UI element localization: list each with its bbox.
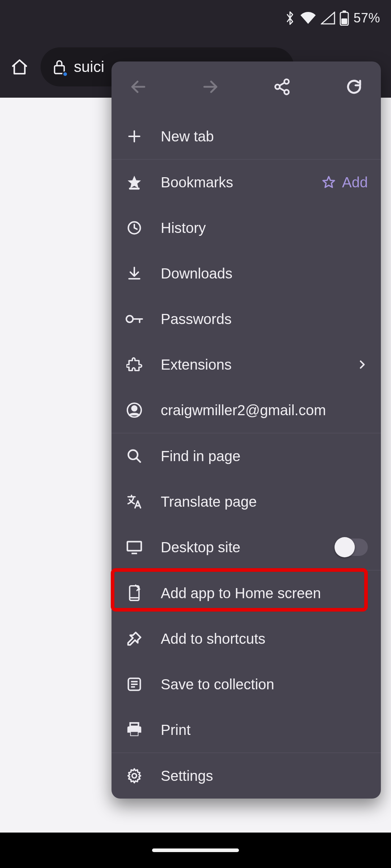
menu-item-label: Desktop site (161, 539, 319, 556)
menu-item-label: New tab (161, 128, 368, 145)
menu-item-label: History (161, 220, 368, 236)
menu-item-label: Add app to Home screen (161, 585, 368, 601)
menu-item-label: Extensions (161, 357, 340, 373)
desktop-icon (125, 537, 144, 557)
desktop-site-toggle[interactable] (336, 539, 368, 556)
status-bar: 57% (0, 0, 391, 36)
tracking-indicator-dot (62, 71, 68, 77)
star-filled-icon (125, 173, 144, 192)
browser-overflow-menu: New tab Bookmarks Add History Downloads (112, 61, 381, 799)
star-outline-icon (321, 175, 336, 190)
reload-button[interactable] (337, 70, 371, 103)
menu-item-add-shortcuts[interactable]: Add to shortcuts (112, 616, 381, 661)
menu-item-label: craigwmiller2@gmail.com (161, 402, 368, 418)
menu-nav-row (112, 61, 381, 114)
menu-item-label: Bookmarks (161, 174, 304, 191)
home-button[interactable] (7, 54, 33, 80)
menu-item-label: Settings (161, 768, 368, 784)
menu-item-extensions[interactable]: Extensions (112, 342, 381, 387)
battery-percentage: 57% (353, 10, 380, 26)
key-icon (125, 309, 144, 329)
back-button[interactable] (122, 70, 155, 103)
svg-rect-16 (131, 732, 138, 736)
plus-icon (125, 127, 144, 146)
collection-icon (125, 675, 144, 694)
menu-item-account[interactable]: craigwmiller2@gmail.com (112, 387, 381, 433)
menu-item-new-tab[interactable]: New tab (112, 114, 381, 159)
menu-item-downloads[interactable]: Downloads (112, 251, 381, 296)
print-icon (125, 720, 144, 740)
forward-button[interactable] (194, 70, 227, 103)
menu-item-add-to-home[interactable]: Add app to Home screen (112, 570, 381, 616)
menu-item-label: Print (161, 722, 368, 738)
svg-rect-7 (129, 188, 139, 190)
pin-icon (125, 629, 144, 648)
lock-icon (52, 58, 67, 76)
svg-point-11 (132, 406, 136, 411)
menu-item-find-in-page[interactable]: Find in page (112, 433, 381, 479)
cell-signal-icon (321, 12, 335, 25)
translate-icon (125, 492, 144, 511)
menu-item-label: Passwords (161, 311, 368, 327)
menu-item-label: Downloads (161, 265, 368, 282)
svg-rect-13 (127, 542, 141, 551)
bookmarks-add-label: Add (342, 174, 368, 191)
menu-item-label: Add to shortcuts (161, 631, 368, 647)
wifi-icon (300, 12, 316, 25)
puzzle-icon (125, 355, 144, 374)
search-icon (125, 446, 144, 466)
menu-item-bookmarks[interactable]: Bookmarks Add (112, 159, 381, 205)
menu-item-desktop-site[interactable]: Desktop site (112, 524, 381, 570)
chevron-right-icon (356, 359, 368, 370)
clock-icon (125, 218, 144, 238)
menu-item-history[interactable]: History (112, 205, 381, 251)
menu-item-label: Translate page (161, 494, 368, 510)
menu-item-label: Find in page (161, 448, 368, 464)
share-button[interactable] (265, 70, 299, 103)
add-home-icon (125, 583, 144, 603)
menu-item-label: Save to collection (161, 676, 368, 693)
svg-rect-2 (341, 18, 347, 24)
gesture-nav-handle[interactable] (152, 848, 239, 852)
bookmarks-add-button[interactable]: Add (321, 174, 368, 191)
account-circle-icon (125, 400, 144, 420)
menu-item-print[interactable]: Print (112, 707, 381, 753)
menu-item-settings[interactable]: Settings (112, 753, 381, 799)
bluetooth-icon (285, 10, 295, 26)
system-nav-bar (0, 833, 391, 868)
menu-item-translate[interactable]: Translate page (112, 479, 381, 524)
download-icon (125, 264, 144, 283)
menu-item-passwords[interactable]: Passwords (112, 296, 381, 342)
gear-icon (125, 766, 144, 786)
svg-point-17 (132, 774, 136, 778)
menu-item-save-collection[interactable]: Save to collection (112, 661, 381, 707)
svg-point-9 (126, 316, 133, 322)
url-text: suici (74, 58, 104, 76)
battery-icon (340, 10, 349, 26)
